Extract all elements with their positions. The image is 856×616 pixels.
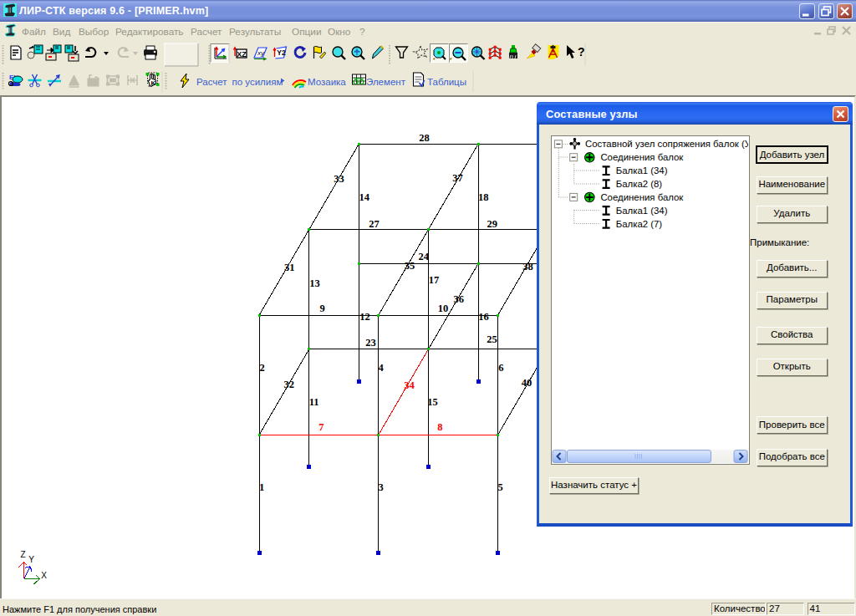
svg-text:31: 31 <box>284 262 295 273</box>
svg-text:13: 13 <box>309 277 320 289</box>
svg-text:37: 37 <box>452 172 463 184</box>
svg-text:Составной узел сопряжения бало: Составной узел сопряжения балок (У <box>585 139 748 149</box>
svg-text:Балка2 (8): Балка2 (8) <box>616 179 663 189</box>
svg-text:7: 7 <box>318 421 324 433</box>
svg-text:35: 35 <box>405 260 415 272</box>
svg-text:23: 23 <box>365 337 376 349</box>
svg-text:Балка1 (34): Балка1 (34) <box>616 165 668 176</box>
svg-text:36: 36 <box>454 293 465 305</box>
svg-text:Соединения балок: Соединения балок <box>600 152 684 162</box>
svg-text:15: 15 <box>427 396 438 408</box>
svg-text:5: 5 <box>497 481 502 493</box>
svg-text:14: 14 <box>359 191 370 203</box>
svg-text:33: 33 <box>334 173 344 185</box>
svg-text:Y: Y <box>28 555 34 564</box>
svg-text:1: 1 <box>259 481 264 493</box>
svg-text:17: 17 <box>429 274 440 286</box>
svg-text:24: 24 <box>419 251 430 262</box>
svg-text:25: 25 <box>487 333 497 345</box>
svg-text:9: 9 <box>319 303 324 314</box>
svg-text:38: 38 <box>522 261 533 272</box>
svg-text:3: 3 <box>378 481 383 493</box>
svg-text:16: 16 <box>478 311 489 323</box>
svg-text:27: 27 <box>369 218 380 230</box>
svg-text:6: 6 <box>498 362 503 374</box>
svg-text:11: 11 <box>309 396 319 408</box>
svg-text:34: 34 <box>404 379 415 391</box>
svg-text:18: 18 <box>478 191 489 203</box>
svg-text:10: 10 <box>438 303 449 314</box>
svg-text:32: 32 <box>283 379 294 390</box>
svg-text:8: 8 <box>437 421 442 433</box>
svg-text:Балка2 (7): Балка2 (7) <box>616 219 663 229</box>
svg-text:2: 2 <box>259 362 264 374</box>
svg-text:40: 40 <box>522 377 532 389</box>
svg-text:Балка1 (34): Балка1 (34) <box>616 206 668 216</box>
svg-text:28: 28 <box>419 132 430 144</box>
svg-text:X: X <box>41 571 47 580</box>
svg-text:Z: Z <box>21 550 26 559</box>
svg-text:12: 12 <box>359 311 370 323</box>
svg-text:4: 4 <box>378 362 384 374</box>
svg-text:Соединения балок: Соединения балок <box>600 192 684 202</box>
svg-text:29: 29 <box>487 218 497 230</box>
